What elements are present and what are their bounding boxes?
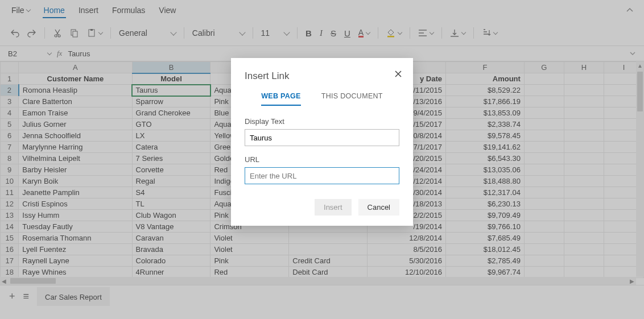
modal-overlay: Insert Link WEB PAGE THIS DOCUMENT Displ… [0, 0, 644, 319]
insert-link-dialog: Insert Link WEB PAGE THIS DOCUMENT Displ… [231, 58, 413, 226]
cancel-button[interactable]: Cancel [358, 199, 399, 216]
tab-this-document[interactable]: THIS DOCUMENT [321, 92, 383, 106]
url-label: URL [245, 155, 399, 164]
dialog-tabs: WEB PAGE THIS DOCUMENT [245, 92, 399, 106]
display-text-input[interactable] [245, 129, 399, 146]
tab-web-page[interactable]: WEB PAGE [261, 92, 301, 106]
dialog-title: Insert Link [245, 71, 399, 82]
display-text-label: Display Text [245, 117, 399, 126]
insert-button[interactable]: Insert [315, 199, 352, 216]
close-button[interactable] [394, 69, 403, 78]
url-input[interactable] [245, 167, 399, 184]
